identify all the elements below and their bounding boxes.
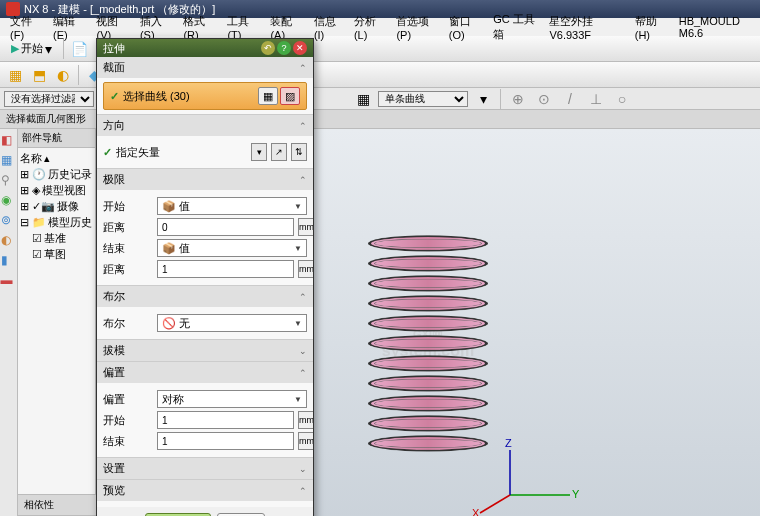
offset-start-input[interactable] bbox=[157, 411, 294, 429]
offset-end-input[interactable] bbox=[157, 432, 294, 450]
navigator-header: 部件导航 bbox=[18, 129, 95, 148]
offset-end-label: 结束 bbox=[103, 434, 153, 449]
tree-item[interactable]: ⊟ 📁 模型历史 bbox=[20, 214, 93, 230]
unit-label: mm bbox=[298, 411, 313, 429]
start-mode-combo[interactable]: 📦 值▼ bbox=[157, 197, 307, 215]
vector-infer-icon[interactable]: ↗ bbox=[271, 143, 287, 161]
snap-a-icon[interactable]: ⊕ bbox=[507, 88, 529, 110]
section-header-bool[interactable]: 布尔⌃ bbox=[97, 286, 313, 307]
left-icon-bar: ◧ ▦ ⚲ ◉ ⊚ ◐ ▮ ▬ bbox=[0, 129, 18, 516]
start-distance-input[interactable] bbox=[157, 218, 294, 236]
tool-sketch-icon[interactable]: ▦ bbox=[4, 64, 26, 86]
menu-hbmould[interactable]: HB_MOULD M6.6 bbox=[673, 14, 756, 40]
tree-item[interactable]: ⊞ ◈ 模型视图 bbox=[20, 182, 93, 198]
nav-gc-icon[interactable]: ▬ bbox=[1, 273, 17, 289]
unit-label: mm bbox=[298, 432, 313, 450]
menu-starplugin[interactable]: 星空外挂 V6.933F bbox=[543, 13, 626, 42]
specify-vector-label: 指定矢量 bbox=[116, 145, 247, 160]
offset-combo[interactable]: 对称▼ bbox=[157, 390, 307, 408]
filter-opt-icon[interactable]: ▾ bbox=[472, 88, 494, 110]
nav-part-icon[interactable]: ◧ bbox=[1, 133, 17, 149]
axis-y-label: Y bbox=[572, 488, 580, 500]
end-label: 结束 bbox=[103, 241, 153, 256]
filter-icon[interactable]: ▦ bbox=[352, 88, 374, 110]
unit-label: mm bbox=[298, 218, 313, 236]
dialog-undo-icon[interactable]: ↶ bbox=[261, 41, 275, 55]
bool-combo[interactable]: 🚫 无▼ bbox=[157, 314, 307, 332]
section-header-section[interactable]: 截面⌃ bbox=[97, 57, 313, 78]
tool-new-icon[interactable]: 📄 bbox=[68, 38, 90, 60]
dialog-help-icon[interactable]: ? bbox=[277, 41, 291, 55]
end-distance-label: 距离 bbox=[103, 262, 153, 277]
menu-bar: 文件(F) 编辑(E) 视图(V) 插入(S) 格式(R) 工具(T) 装配(A… bbox=[0, 18, 760, 36]
snap-e-icon[interactable]: ○ bbox=[611, 88, 633, 110]
nav-web-icon[interactable]: ⊚ bbox=[1, 213, 17, 229]
filter-select[interactable]: 没有选择过滤器 bbox=[4, 91, 94, 107]
nav-hist-icon[interactable]: ⚲ bbox=[1, 173, 17, 189]
snap-d-icon[interactable]: ⊥ bbox=[585, 88, 607, 110]
start-label: 开始 bbox=[103, 199, 153, 214]
offset-start-label: 开始 bbox=[103, 413, 153, 428]
end-mode-combo[interactable]: 📦 值▼ bbox=[157, 239, 307, 257]
section-header-draft[interactable]: 拔模⌄ bbox=[97, 340, 313, 361]
vector-dialog-icon[interactable]: ▾ bbox=[251, 143, 267, 161]
vector-reverse-icon[interactable]: ⇅ bbox=[291, 143, 307, 161]
menu-gctoolbox[interactable]: GC 工具箱 bbox=[487, 11, 541, 43]
sketch-section-icon[interactable]: ▦ bbox=[258, 87, 278, 105]
tool-extrude-icon[interactable]: ⬒ bbox=[28, 64, 50, 86]
snap-b-icon[interactable]: ⊙ bbox=[533, 88, 555, 110]
unit-label: mm bbox=[298, 260, 313, 278]
navigator-bottom: 相依性 细节 预览 bbox=[18, 494, 96, 516]
svg-line-2 bbox=[480, 495, 510, 513]
tree-item[interactable]: ⊞ ✓📷 摄像 bbox=[20, 198, 93, 214]
section-header-offset[interactable]: 偏置⌃ bbox=[97, 362, 313, 383]
nav-sys-icon[interactable]: ▮ bbox=[1, 253, 17, 269]
part-navigator: 部件导航 名称 ▴ ⊞ 🕐 历史记录 ⊞ ◈ 模型视图 ⊞ ✓📷 摄像 ⊟ 📁 … bbox=[18, 129, 96, 516]
curve-rule-icon[interactable]: ▨ bbox=[280, 87, 300, 105]
start-button[interactable]: ▶开始▾ bbox=[4, 38, 59, 60]
extrude-dialog: 拉伸 ↶ ? ✕ 截面⌃ ✓选择曲线 (30) ▦ ▨ 方向⌃ bbox=[96, 38, 314, 516]
select-curve-row[interactable]: ✓选择曲线 (30) ▦ ▨ bbox=[103, 82, 307, 110]
nav-role-icon[interactable]: ◐ bbox=[1, 233, 17, 249]
axis-z-label: Z bbox=[505, 437, 512, 449]
section-header-limits[interactable]: 极限⌃ bbox=[97, 169, 313, 190]
tree-col-header: 名称 ▴ bbox=[20, 150, 93, 166]
tree-subitem[interactable]: ☑ 草图 bbox=[20, 246, 93, 262]
bool-label: 布尔 bbox=[103, 316, 153, 331]
section-header-settings[interactable]: 设置⌄ bbox=[97, 458, 313, 479]
nav-asm-icon[interactable]: ▦ bbox=[1, 153, 17, 169]
dialog-close-icon[interactable]: ✕ bbox=[293, 41, 307, 55]
dialog-titlebar[interactable]: 拉伸 ↶ ? ✕ bbox=[97, 39, 313, 57]
end-distance-input[interactable] bbox=[157, 260, 294, 278]
axis-x-label: X bbox=[472, 507, 480, 516]
section-header-direction[interactable]: 方向⌃ bbox=[97, 115, 313, 136]
tree-subitem[interactable]: ☑ 基准 bbox=[20, 230, 93, 246]
menu-analysis[interactable]: 分析(L) bbox=[348, 13, 389, 42]
curve-filter-select[interactable]: 单条曲线 bbox=[378, 91, 468, 107]
coordinate-axes: Y Z X bbox=[490, 445, 580, 516]
tool-revolve-icon[interactable]: ◐ bbox=[52, 64, 74, 86]
tree-item[interactable]: ⊞ 🕐 历史记录 bbox=[20, 166, 93, 182]
menu-help[interactable]: 帮助(H) bbox=[629, 13, 671, 42]
menu-window[interactable]: 窗口(O) bbox=[443, 13, 485, 42]
spring-model[interactable] bbox=[368, 237, 488, 457]
navigator-tree[interactable]: 名称 ▴ ⊞ 🕐 历史记录 ⊞ ◈ 模型视图 ⊞ ✓📷 摄像 ⊟ 📁 模型历史 … bbox=[18, 148, 95, 264]
section-header-preview[interactable]: 预览⌃ bbox=[97, 480, 313, 501]
menu-prefs[interactable]: 首选项(P) bbox=[390, 13, 440, 42]
section-dependency[interactable]: 相依性 bbox=[18, 494, 96, 515]
offset-label: 偏置 bbox=[103, 392, 153, 407]
snap-c-icon[interactable]: / bbox=[559, 88, 581, 110]
nav-reuse-icon[interactable]: ◉ bbox=[1, 193, 17, 209]
dialog-title: 拉伸 bbox=[103, 41, 125, 56]
start-distance-label: 距离 bbox=[103, 220, 153, 235]
